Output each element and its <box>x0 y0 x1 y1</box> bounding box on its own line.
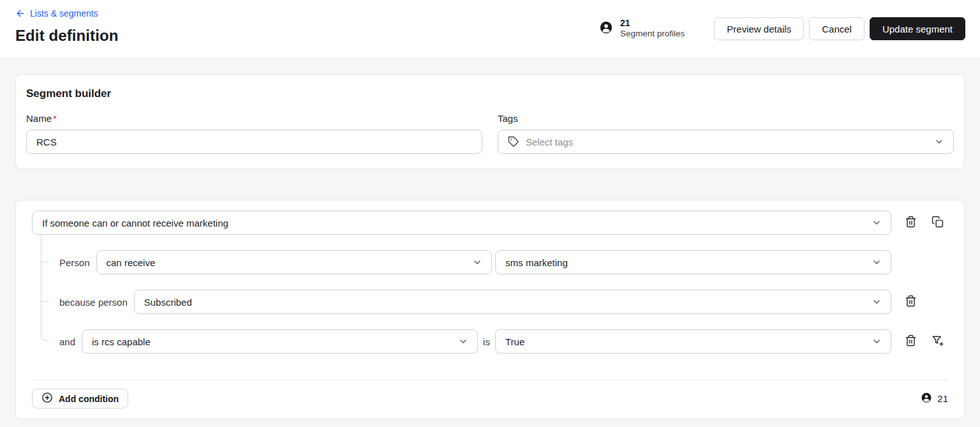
delete-property-filter-button[interactable] <box>904 335 917 348</box>
header-actions: 21 Segment profiles Preview details Canc… <box>599 17 965 40</box>
consent-row-label: because person <box>59 297 128 308</box>
edit-definition-page: Lists & segments Edit definition 21 Segm… <box>0 0 980 427</box>
header-left: Lists & segments Edit definition <box>15 8 118 45</box>
condition-property-row: and is rcs capable is True <box>32 329 948 354</box>
property-value-select[interactable]: True <box>495 329 891 354</box>
content-area: Segment builder Name* Tags Select tags <box>0 58 980 427</box>
cancel-button[interactable]: Cancel <box>809 17 865 40</box>
segment-builder-form: Name* Tags Select tags <box>26 113 954 154</box>
segment-profiles-summary: 21 Segment profiles <box>599 18 685 40</box>
segment-builder-card: Segment builder Name* Tags Select tags <box>15 74 965 169</box>
copy-icon <box>932 216 944 230</box>
trash-icon <box>905 334 917 348</box>
profile-count-label: Segment profiles <box>620 29 685 40</box>
tags-field-group: Tags Select tags <box>498 113 954 154</box>
add-condition-button[interactable]: Add condition <box>32 389 128 408</box>
page-title: Edit definition <box>15 27 118 45</box>
duplicate-condition-button[interactable] <box>931 216 944 229</box>
update-segment-button[interactable]: Update segment <box>870 17 965 40</box>
name-field-group: Name* <box>26 113 482 154</box>
condition-profile-count-value: 21 <box>937 393 948 404</box>
condition-builder-card: If someone can or cannot receive marketi… <box>15 200 965 419</box>
plus-circle-icon <box>41 392 53 405</box>
arrow-left-icon <box>15 8 26 19</box>
profile-count: 21 <box>620 18 685 29</box>
filter-plus-icon <box>932 334 944 348</box>
person-icon <box>599 20 613 37</box>
segment-builder-title: Segment builder <box>26 87 954 100</box>
chevron-down-icon <box>872 257 882 267</box>
chevron-down-icon <box>472 257 482 267</box>
comparator-label: is <box>483 336 490 347</box>
delete-condition-button[interactable] <box>904 216 917 229</box>
consent-status-value: Subscribed <box>144 297 865 308</box>
condition-body: If someone can or cannot receive marketi… <box>16 200 964 354</box>
trash-icon <box>905 216 917 230</box>
property-row-actions <box>904 335 948 348</box>
condition-person-row: Person can receive sms marketing <box>32 250 948 274</box>
segment-name-input[interactable] <box>26 130 482 154</box>
name-label: Name <box>26 113 52 124</box>
consent-row-actions <box>904 296 948 308</box>
add-condition-label: Add condition <box>59 394 119 404</box>
consent-status-select[interactable]: Subscribed <box>134 290 891 314</box>
consent-operator-select[interactable]: can receive <box>96 250 493 274</box>
tags-select[interactable]: Select tags <box>498 130 954 154</box>
chevron-down-icon <box>872 297 882 307</box>
condition-trigger-row: If someone can or cannot receive marketi… <box>32 211 948 235</box>
back-link-label: Lists & segments <box>30 8 98 19</box>
person-row-label: Person <box>59 257 90 268</box>
header: Lists & segments Edit definition 21 Segm… <box>0 0 980 58</box>
condition-consent-row: because person Subscribed <box>32 290 948 314</box>
delete-consent-filter-button[interactable] <box>904 296 917 308</box>
property-value: True <box>505 336 865 347</box>
chevron-down-icon <box>872 336 882 347</box>
condition-footer: Add condition 21 <box>32 380 948 419</box>
trigger-row-actions <box>904 216 948 229</box>
tag-icon <box>508 136 519 147</box>
consent-operator-value: can receive <box>107 257 466 268</box>
property-field-select[interactable]: is rcs capable <box>82 329 478 354</box>
add-nested-filter-button[interactable] <box>931 335 944 348</box>
trash-icon <box>905 295 917 309</box>
back-link[interactable]: Lists & segments <box>15 8 98 19</box>
preview-details-button[interactable]: Preview details <box>714 17 804 40</box>
condition-type-value: If someone can or cannot receive marketi… <box>42 218 865 228</box>
tags-label: Tags <box>498 113 518 124</box>
tags-placeholder: Select tags <box>526 137 928 147</box>
property-field-value: is rcs capable <box>92 336 452 347</box>
property-row-label: and <box>59 336 75 347</box>
condition-profile-count: 21 <box>921 392 948 405</box>
marketing-channel-value: sms marketing <box>505 257 865 268</box>
marketing-channel-select[interactable]: sms marketing <box>495 250 891 274</box>
required-asterisk: * <box>53 113 57 124</box>
chevron-down-icon <box>458 336 468 347</box>
person-icon <box>921 392 932 405</box>
condition-type-select[interactable]: If someone can or cannot receive marketi… <box>32 211 891 235</box>
chevron-down-icon <box>872 218 882 228</box>
chevron-down-icon <box>934 137 944 147</box>
